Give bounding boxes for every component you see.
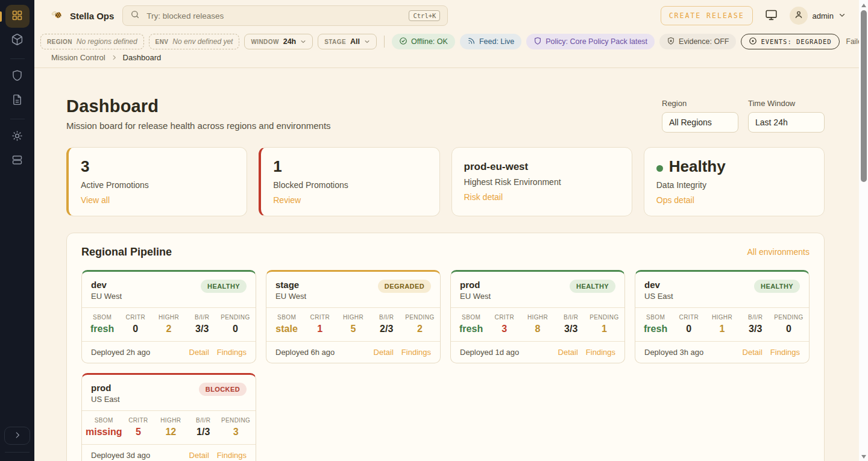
create-release-button[interactable]: CREATE RELEASE: [661, 6, 753, 25]
grid-icon: [11, 9, 24, 24]
risk-detail-link[interactable]: Risk detail: [464, 192, 503, 202]
deployed-text: Deployed 6h ago: [275, 348, 335, 357]
ops-detail-link[interactable]: Ops detail: [656, 195, 694, 205]
sidebar-item-infrastructure[interactable]: [5, 149, 30, 172]
metric-header: HIGHR: [336, 314, 370, 321]
metric-header: PENDING: [403, 314, 436, 321]
deployed-text: Deployed 3h ago: [644, 348, 703, 357]
vertical-scrollbar: [859, 0, 868, 461]
metric-critr: CRITR1: [303, 314, 336, 334]
time-window-filter-select[interactable]: Last 24h: [748, 112, 825, 133]
monitor-icon: [765, 8, 778, 23]
context-notice: Failed to persist global context prefere…: [846, 37, 859, 46]
detail-link[interactable]: Detail: [743, 348, 763, 357]
metric-value: 0: [772, 324, 805, 334]
policy-status-pill[interactable]: Policy: Core Policy Pack latest: [526, 34, 655, 49]
scrollbar-up-arrow[interactable]: [861, 4, 866, 7]
stat-value: prod-eu-west: [464, 158, 620, 173]
region-filter-select[interactable]: All Regions: [662, 112, 738, 133]
deployed-text: Deployed 2h ago: [91, 348, 150, 357]
env-name: dev: [91, 280, 122, 290]
global-search[interactable]: Ctrl+K: [122, 5, 448, 26]
region-filter-value: All Regions: [669, 118, 712, 127]
status-badge: BLOCKED: [199, 383, 247, 396]
metric-pending: PENDING2: [403, 314, 436, 334]
metric-header: CRITR: [672, 314, 705, 321]
scrollbar-down-arrow[interactable]: [861, 455, 866, 459]
detail-link[interactable]: Detail: [189, 451, 209, 460]
metric-pending: PENDING3: [219, 417, 252, 437]
metric-value: 0: [219, 324, 252, 334]
events-status-pill[interactable]: EVENTS: DEGRADED: [741, 34, 839, 49]
search-input[interactable]: [145, 11, 403, 21]
region-chip-value: No regions defined: [77, 37, 137, 46]
avatar: [790, 7, 808, 25]
feed-status-pill[interactable]: Feed: Live: [460, 34, 521, 49]
pipeline-card-header: stage EU West DEGRADED: [266, 272, 440, 307]
sidebar-item-settings[interactable]: [5, 125, 30, 148]
regional-pipeline-title: Regional Pipeline: [81, 246, 172, 259]
region-name: EU West: [460, 292, 491, 301]
region-name: US East: [644, 292, 673, 301]
brand: Stella Ops: [51, 8, 114, 24]
region-context-chip[interactable]: REGION No regions defined: [40, 34, 144, 49]
env-context-chip[interactable]: ENV No env defined yet: [149, 34, 240, 49]
sidebar-divider: [10, 58, 25, 59]
metric-header: HIGHR: [705, 314, 738, 321]
detail-link[interactable]: Detail: [374, 348, 394, 357]
findings-link[interactable]: Findings: [217, 348, 247, 357]
metric-value: 1: [705, 324, 738, 334]
pipeline-card-stage-eu-west: stage EU West DEGRADED SBOMstale CRITR1 …: [266, 270, 441, 363]
stat-label: Active Promotions: [81, 180, 234, 190]
sidebar-expand-button[interactable]: [4, 427, 30, 445]
pipeline-card-footer: Deployed 3h ago DetailFindings: [635, 342, 809, 363]
view-all-link[interactable]: View all: [81, 195, 110, 205]
findings-link[interactable]: Findings: [586, 348, 615, 357]
metric-value: 0: [119, 324, 152, 334]
detail-link[interactable]: Detail: [558, 348, 578, 357]
main-area: Stella Ops Ctrl+K CREATE RELEASE: [34, 0, 859, 461]
metric-header: PENDING: [219, 417, 252, 424]
findings-link[interactable]: Findings: [217, 451, 247, 460]
pipeline-card-header: dev US East HEALTHY: [635, 272, 809, 307]
scrollbar-thumb[interactable]: [861, 10, 867, 182]
sidebar-item-security[interactable]: [5, 65, 30, 88]
metric-value: 1: [588, 324, 621, 334]
search-icon: [130, 10, 140, 22]
bee-icon: [51, 8, 64, 24]
sidebar-item-documents[interactable]: [5, 89, 30, 112]
pipeline-card-dev-us-east: dev US East HEALTHY SBOMfresh CRITR0 HIG…: [635, 270, 810, 363]
metric-value: 3/3: [186, 324, 219, 334]
display-mode-button[interactable]: [765, 8, 778, 23]
breadcrumb-mission-control[interactable]: Mission Control: [51, 53, 105, 62]
sidebar-item-artifacts[interactable]: [5, 29, 30, 52]
gear-icon: [11, 130, 24, 145]
stat-card-blocked-promotions: 1 Blocked Promotions Review: [259, 147, 439, 216]
pipeline-card-footer: Deployed 2h ago DetailFindings: [82, 342, 256, 363]
metric-header: PENDING: [772, 314, 805, 321]
findings-link[interactable]: Findings: [770, 348, 800, 357]
metric-value: stale: [270, 324, 303, 334]
metric-highr: HIGHR1: [705, 314, 738, 334]
detail-link[interactable]: Detail: [189, 348, 209, 357]
stage-dropdown[interactable]: STAGE All: [318, 34, 377, 49]
metric-header: HIGHR: [521, 314, 554, 321]
active-indicator: [0, 11, 2, 22]
sidebar-item-dashboard[interactable]: [5, 5, 30, 28]
policy-status-label: Policy: Core Policy Pack latest: [546, 37, 647, 46]
evidence-status-pill[interactable]: Evidence: OFF: [659, 34, 736, 49]
review-link[interactable]: Review: [273, 195, 301, 205]
findings-link[interactable]: Findings: [401, 348, 431, 357]
metrics-row: SBOMmissing CRITR5 HIGHR12 B/I/R1/3 PEND…: [82, 410, 256, 445]
metric-sbom: SBOMfresh: [639, 314, 672, 334]
stat-label: Highest Risk Environment: [464, 177, 620, 187]
metrics-row: SBOMstale CRITR1 HIGHR5 B/I/R2/3 PENDING…: [266, 307, 440, 342]
user-menu[interactable]: admin: [790, 7, 846, 25]
pipeline-card-header: prod EU West HEALTHY: [451, 272, 624, 307]
all-environments-link[interactable]: All environments: [747, 247, 810, 257]
metric-value: 2/3: [370, 324, 403, 334]
offline-status-pill[interactable]: Offline: OK: [392, 34, 455, 49]
pipeline-card-prod-eu-west: prod EU West HEALTHY SBOMfresh CRITR3 HI…: [450, 270, 625, 363]
context-bar: REGION No regions defined ENV No env def…: [34, 31, 859, 52]
window-dropdown[interactable]: WINDOW 24h: [244, 34, 313, 49]
